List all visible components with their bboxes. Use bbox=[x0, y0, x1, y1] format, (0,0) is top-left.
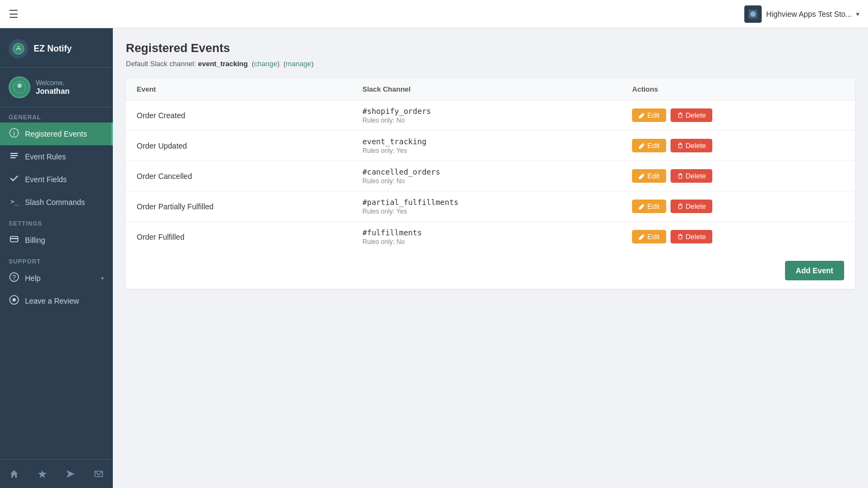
sidebar-item-billing[interactable]: Billing bbox=[0, 229, 113, 252]
avatar bbox=[9, 76, 30, 98]
leave-review-label: Leave a Review bbox=[25, 297, 104, 305]
actions-buttons: Edit Delete bbox=[632, 108, 844, 122]
leave-review-icon bbox=[9, 295, 20, 307]
delete-button[interactable]: Delete bbox=[671, 169, 713, 183]
sidebar-item-event-fields[interactable]: Event Fields bbox=[0, 168, 113, 191]
add-event-row: Add Event bbox=[126, 252, 855, 289]
delete-button[interactable]: Delete bbox=[671, 230, 713, 243]
table-row: Order Updated event_tracking Rules only:… bbox=[126, 131, 855, 161]
billing-icon bbox=[9, 234, 20, 246]
event-name-cell: Order Partially Fulfilled bbox=[126, 191, 352, 222]
svg-rect-9 bbox=[10, 155, 18, 156]
channel-tag: #partial_fulfillments bbox=[362, 198, 610, 207]
settings-section-label: SETTINGS bbox=[0, 214, 113, 229]
event-name-cell: Order Fulfilled bbox=[126, 222, 352, 252]
svg-marker-18 bbox=[38, 470, 47, 478]
events-table-card: Event Slack Channel Actions Order Create… bbox=[126, 79, 855, 289]
svg-text:?: ? bbox=[12, 274, 16, 281]
edit-button[interactable]: Edit bbox=[632, 200, 666, 213]
edit-button[interactable]: Edit bbox=[632, 230, 666, 243]
table-row: Order Created #shopify_orders Rules only… bbox=[126, 100, 855, 131]
actions-buttons: Edit Delete bbox=[632, 200, 844, 213]
info-icon: i bbox=[9, 128, 20, 140]
svg-rect-38 bbox=[679, 235, 682, 239]
help-chevron-icon: ▾ bbox=[101, 275, 104, 282]
table-row: Order Partially Fulfilled #partial_fulfi… bbox=[126, 191, 855, 222]
actions-buttons: Edit Delete bbox=[632, 230, 844, 243]
channel-cell: event_tracking Rules only: Yes bbox=[352, 131, 621, 161]
layout: EZ Notify Welcome, Jonathan GENERAL i Re… bbox=[0, 28, 868, 488]
user-info: Welcome, Jonathan bbox=[36, 79, 69, 95]
table-row: Order Cancelled #cancelled_orders Rules … bbox=[126, 161, 855, 191]
event-rules-icon bbox=[9, 151, 20, 163]
sidebar-item-slash-commands[interactable]: >_ Slash Commands bbox=[0, 191, 113, 214]
sidebar-item-help[interactable]: ? Help ▾ bbox=[0, 267, 113, 290]
event-fields-label: Event Fields bbox=[25, 175, 104, 184]
star-bottom-icon[interactable] bbox=[33, 464, 52, 484]
svg-point-3 bbox=[18, 46, 20, 48]
app-name: EZ Notify bbox=[34, 44, 72, 54]
chevron-down-icon: ▾ bbox=[856, 10, 859, 18]
user-name: Jonathan bbox=[36, 87, 69, 95]
sidebar-item-leave-review[interactable]: Leave a Review bbox=[0, 290, 113, 312]
store-selector[interactable]: Highview Apps Test Sto... ▾ bbox=[744, 5, 859, 23]
edit-button[interactable]: Edit bbox=[632, 139, 666, 152]
sidebar-item-event-rules[interactable]: Event Rules bbox=[0, 145, 113, 168]
rules-only: Rules only: No bbox=[362, 238, 610, 246]
rules-only: Rules only: No bbox=[362, 177, 610, 185]
svg-rect-34 bbox=[679, 205, 682, 209]
default-channel-prefix: Default Slack channel: bbox=[126, 60, 196, 68]
default-channel-info: Default Slack channel: event_tracking (c… bbox=[126, 60, 855, 68]
store-avatar bbox=[744, 5, 762, 23]
channel-tag: #cancelled_orders bbox=[362, 168, 610, 176]
event-name: Order Updated bbox=[137, 142, 187, 150]
col-actions: Actions bbox=[621, 79, 855, 100]
delete-button[interactable]: Delete bbox=[671, 108, 713, 122]
event-name: Order Cancelled bbox=[137, 172, 192, 181]
actions-cell: Edit Delete bbox=[621, 161, 855, 191]
svg-rect-13 bbox=[10, 238, 18, 239]
edit-button[interactable]: Edit bbox=[632, 108, 666, 122]
rules-only: Rules only: No bbox=[362, 117, 610, 124]
mail-bottom-icon[interactable] bbox=[89, 464, 108, 484]
home-bottom-icon[interactable] bbox=[4, 464, 24, 484]
channel-tag: #shopify_orders bbox=[362, 107, 610, 115]
rules-only: Rules only: Yes bbox=[362, 147, 610, 155]
slash-commands-label: Slash Commands bbox=[25, 198, 104, 207]
user-section: Welcome, Jonathan bbox=[0, 68, 113, 107]
svg-rect-22 bbox=[679, 114, 682, 118]
general-section-label: GENERAL bbox=[0, 107, 113, 123]
svg-rect-30 bbox=[679, 175, 682, 178]
rules-only: Rules only: Yes bbox=[362, 208, 610, 215]
table-row: Order Fulfilled #fulfillments Rules only… bbox=[126, 222, 855, 252]
sidebar: EZ Notify Welcome, Jonathan GENERAL i Re… bbox=[0, 28, 113, 488]
event-rules-label: Event Rules bbox=[25, 152, 104, 161]
channel-tag: #fulfillments bbox=[362, 228, 610, 237]
actions-cell: Edit Delete bbox=[621, 131, 855, 161]
page-title: Registered Events bbox=[126, 41, 855, 55]
channel-cell: #cancelled_orders Rules only: No bbox=[352, 161, 621, 191]
channel-cell: #shopify_orders Rules only: No bbox=[352, 100, 621, 131]
add-event-button[interactable]: Add Event bbox=[785, 261, 844, 280]
event-fields-icon bbox=[9, 174, 20, 185]
col-event: Event bbox=[126, 79, 352, 100]
help-label: Help bbox=[25, 274, 95, 282]
main-content: Registered Events Default Slack channel:… bbox=[113, 28, 868, 488]
event-name: Order Partially Fulfilled bbox=[137, 202, 214, 211]
events-table: Event Slack Channel Actions Order Create… bbox=[126, 79, 855, 252]
delete-button[interactable]: Delete bbox=[671, 139, 713, 152]
actions-cell: Edit Delete bbox=[621, 191, 855, 222]
menu-icon[interactable]: ☰ bbox=[9, 8, 18, 21]
event-name-cell: Order Updated bbox=[126, 131, 352, 161]
edit-button[interactable]: Edit bbox=[632, 169, 666, 183]
topbar: ☰ Highview Apps Test Sto... ▾ bbox=[0, 0, 868, 28]
svg-point-1 bbox=[750, 11, 756, 17]
svg-point-5 bbox=[17, 84, 22, 88]
app-logo bbox=[9, 39, 28, 59]
delete-button[interactable]: Delete bbox=[671, 200, 713, 213]
sidebar-item-registered-events[interactable]: i Registered Events bbox=[0, 123, 113, 145]
send-bottom-icon[interactable] bbox=[61, 464, 80, 484]
svg-rect-26 bbox=[679, 144, 682, 148]
manage-link[interactable]: manage bbox=[286, 60, 311, 68]
change-link[interactable]: change bbox=[254, 60, 277, 68]
